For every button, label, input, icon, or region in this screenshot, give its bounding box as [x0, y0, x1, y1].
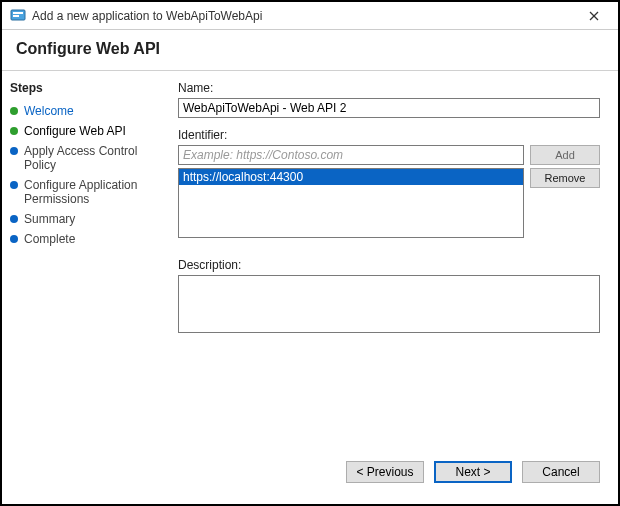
- steps-sidebar: Steps Welcome Configure Web API Apply Ac…: [2, 71, 170, 451]
- name-label: Name:: [178, 81, 600, 95]
- wizard-footer: < Previous Next > Cancel: [2, 451, 618, 497]
- page-title: Configure Web API: [16, 40, 604, 58]
- close-button[interactable]: [578, 4, 610, 28]
- name-input[interactable]: [178, 98, 600, 118]
- identifier-list[interactable]: https://localhost:44300: [178, 168, 524, 238]
- window-title: Add a new application to WebApiToWebApi: [32, 9, 578, 23]
- identifier-list-item[interactable]: https://localhost:44300: [179, 169, 523, 185]
- previous-button[interactable]: < Previous: [346, 461, 424, 483]
- step-summary[interactable]: Summary: [10, 209, 160, 229]
- step-access-control-policy[interactable]: Apply Access Control Policy: [10, 141, 160, 175]
- remove-button[interactable]: Remove: [530, 168, 600, 188]
- step-bullet-icon: [10, 181, 18, 189]
- add-button[interactable]: Add: [530, 145, 600, 165]
- step-welcome[interactable]: Welcome: [10, 101, 160, 121]
- close-icon: [589, 11, 599, 21]
- step-label: Summary: [24, 212, 75, 226]
- step-label: Welcome: [24, 104, 74, 118]
- steps-title: Steps: [10, 81, 160, 95]
- window-titlebar: Add a new application to WebApiToWebApi: [2, 2, 618, 30]
- description-label: Description:: [178, 258, 600, 272]
- step-label: Apply Access Control Policy: [24, 144, 160, 172]
- step-bullet-icon: [10, 215, 18, 223]
- identifier-input[interactable]: [178, 145, 524, 165]
- step-label: Complete: [24, 232, 75, 246]
- step-configure-web-api[interactable]: Configure Web API: [10, 121, 160, 141]
- identifier-label: Identifier:: [178, 128, 600, 142]
- description-input[interactable]: [178, 275, 600, 333]
- step-bullet-icon: [10, 235, 18, 243]
- next-button[interactable]: Next >: [434, 461, 512, 483]
- step-configure-permissions[interactable]: Configure Application Permissions: [10, 175, 160, 209]
- wizard-header: Configure Web API: [2, 30, 618, 71]
- step-label: Configure Application Permissions: [24, 178, 160, 206]
- step-label: Configure Web API: [24, 124, 126, 138]
- svg-rect-1: [13, 12, 23, 14]
- step-bullet-icon: [10, 127, 18, 135]
- step-bullet-icon: [10, 147, 18, 155]
- step-complete[interactable]: Complete: [10, 229, 160, 249]
- main-panel: Name: Identifier: Add https://localhost:…: [170, 71, 618, 451]
- step-bullet-icon: [10, 107, 18, 115]
- cancel-button[interactable]: Cancel: [522, 461, 600, 483]
- app-icon: [10, 8, 26, 24]
- svg-rect-2: [13, 15, 19, 17]
